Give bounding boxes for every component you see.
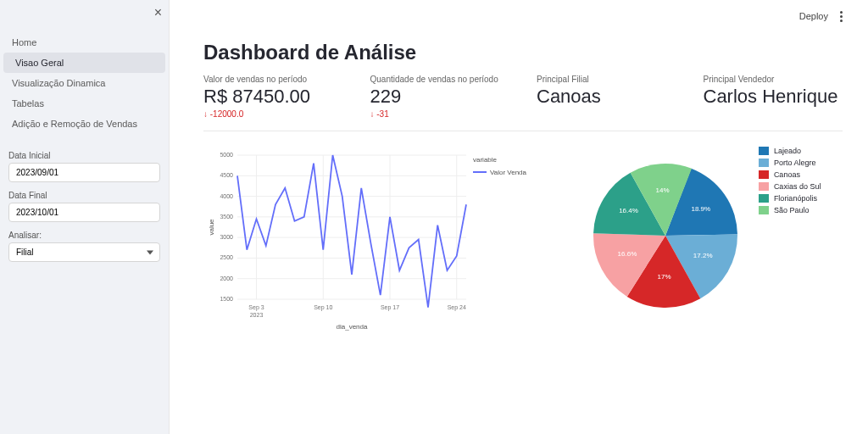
- metric-label: Quantidade de vendas no período: [370, 75, 510, 84]
- svg-text:16.4%: 16.4%: [619, 207, 638, 214]
- sidebar-item-visualizacao[interactable]: Visualização Dinamica: [0, 73, 169, 93]
- metrics-row: Valor de vendas no período R$ 87450.00 ↓…: [203, 75, 843, 119]
- legend-label: Florianópolis: [774, 194, 817, 203]
- legend-label: Canoas: [774, 170, 800, 179]
- legend-label: Caxias do Sul: [774, 182, 821, 191]
- analisar-select[interactable]: Filial: [8, 242, 160, 262]
- metric-vendedor: Principal Vendedor Carlos Henrique: [704, 75, 843, 119]
- metric-value: Carlos Henrique: [704, 86, 843, 108]
- deploy-button[interactable]: Deploy: [799, 11, 828, 21]
- sidebar-item-adicao[interactable]: Adição e Remoção de Vendas: [0, 114, 169, 134]
- metric-label: Principal Vendedor: [704, 75, 843, 84]
- svg-text:18.9%: 18.9%: [691, 205, 710, 213]
- legend-swatch: [759, 194, 769, 203]
- metric-value: R$ 87450.00: [203, 86, 343, 108]
- svg-text:Sep 24: Sep 24: [448, 304, 466, 311]
- pie-legend-item[interactable]: Florianópolis: [759, 194, 821, 203]
- svg-text:dia_venda: dia_venda: [337, 323, 368, 331]
- analisar-label: Analisar:: [8, 231, 160, 240]
- svg-text:value: value: [208, 219, 215, 236]
- data-final-label: Data Final: [8, 191, 160, 200]
- topbar: Deploy: [203, 8, 843, 24]
- data-inicial-input[interactable]: [8, 163, 160, 182]
- sidebar-item-tabelas[interactable]: Tabelas: [0, 93, 169, 114]
- page-title: Dashboard de Análise: [203, 41, 843, 64]
- metric-filial: Principal Filial Canoas: [537, 75, 676, 119]
- svg-text:14%: 14%: [655, 186, 669, 194]
- divider: [203, 131, 843, 131]
- svg-text:Sep 3: Sep 3: [248, 304, 264, 311]
- pie-chart: 18.9%17.2%17%16.6%16.4%14% LajeadoPorto …: [572, 147, 843, 337]
- line-chart-svg: 15002000250030003500400045005000Sep 3202…: [203, 147, 534, 333]
- svg-text:2000: 2000: [220, 275, 233, 281]
- svg-text:2500: 2500: [220, 254, 233, 260]
- pie-legend-item[interactable]: Canoas: [759, 170, 821, 179]
- pie-legend-item[interactable]: São Paulo: [759, 206, 821, 214]
- metric-label: Valor de vendas no período: [203, 75, 343, 84]
- metric-valor-vendas: Valor de vendas no período R$ 87450.00 ↓…: [203, 75, 343, 119]
- sidebar-item-visao-geral[interactable]: Visao Geral: [3, 53, 165, 73]
- charts-row: 15002000250030003500400045005000Sep 3202…: [203, 147, 843, 337]
- legend-swatch: [759, 147, 769, 155]
- svg-text:17.2%: 17.2%: [693, 252, 713, 259]
- svg-text:1500: 1500: [220, 296, 233, 302]
- svg-text:17%: 17%: [657, 273, 670, 281]
- pie-chart-svg: 18.9%17.2%17%16.6%16.4%14%: [572, 147, 759, 333]
- metric-delta: ↓ -31: [370, 109, 510, 119]
- svg-text:4500: 4500: [220, 172, 233, 178]
- sidebar: × Home Visao Geral Visualização Dinamica…: [0, 0, 170, 434]
- close-sidebar-icon[interactable]: ×: [154, 5, 162, 20]
- pie-legend-item[interactable]: Porto Alegre: [759, 159, 821, 167]
- svg-text:3500: 3500: [220, 214, 233, 220]
- legend-label: Porto Alegre: [774, 159, 816, 167]
- svg-text:4000: 4000: [220, 193, 233, 199]
- metric-quantidade: Quantidade de vendas no período 229 ↓ -3…: [370, 75, 510, 119]
- sidebar-form: Data Inicial Data Final Analisar: Filial: [0, 142, 169, 270]
- line-chart: 15002000250030003500400045005000Sep 3202…: [203, 147, 555, 337]
- legend-swatch: [759, 159, 769, 167]
- svg-text:Sep 17: Sep 17: [381, 304, 399, 311]
- arrow-down-icon: ↓: [203, 109, 208, 119]
- pie-legend: LajeadoPorto AlegreCanoasCaxias do SulFl…: [759, 147, 821, 337]
- svg-text:5000: 5000: [220, 152, 233, 158]
- pie-legend-item[interactable]: Lajeado: [759, 147, 821, 155]
- metric-value: Canoas: [537, 86, 676, 108]
- svg-text:2023: 2023: [250, 312, 264, 318]
- legend-swatch: [759, 182, 769, 191]
- svg-text:Valor Venda: Valor Venda: [490, 169, 527, 176]
- pie-legend-item[interactable]: Caxias do Sul: [759, 182, 821, 191]
- sidebar-nav: Home Visao Geral Visualização Dinamica T…: [0, 32, 169, 134]
- metric-delta: ↓ -12000.0: [203, 109, 343, 119]
- legend-swatch: [759, 170, 769, 179]
- data-final-input[interactable]: [8, 203, 160, 222]
- legend-label: São Paulo: [774, 206, 810, 214]
- data-inicial-label: Data Inicial: [8, 151, 160, 160]
- arrow-down-icon: ↓: [370, 109, 375, 119]
- svg-text:variable: variable: [473, 156, 498, 164]
- sidebar-item-home[interactable]: Home: [0, 32, 169, 53]
- svg-text:Sep 10: Sep 10: [314, 304, 332, 311]
- legend-label: Lajeado: [774, 147, 801, 155]
- svg-text:3000: 3000: [220, 234, 233, 240]
- legend-swatch: [759, 206, 769, 214]
- main-content: Deploy Dashboard de Análise Valor de ven…: [170, 0, 868, 434]
- menu-kebab-icon[interactable]: [840, 11, 843, 22]
- metric-value: 229: [370, 86, 510, 108]
- svg-text:16.6%: 16.6%: [617, 250, 637, 258]
- metric-label: Principal Filial: [537, 75, 676, 84]
